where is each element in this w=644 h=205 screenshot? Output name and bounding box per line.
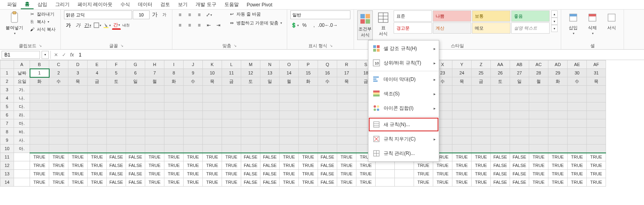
cell-Q6[interactable] [318, 111, 337, 119]
cell-I5[interactable] [164, 102, 184, 111]
spreadsheet-grid[interactable]: ABCDEFGHIJKLMNOPQRSWXYZAAABACADAEAF 1날짜1… [0, 60, 606, 187]
row-header-12[interactable]: 12 [0, 161, 14, 170]
cell-G11[interactable]: FALSE [126, 153, 145, 161]
cell-Y10[interactable] [452, 145, 472, 153]
cell-I8[interactable] [164, 128, 184, 136]
cell-Y11[interactable]: TRUE [452, 153, 472, 161]
cell-J13[interactable]: TRUE [184, 170, 203, 178]
cell-AB13[interactable]: FALSE [510, 170, 529, 178]
cell-H1[interactable]: 7 [145, 69, 164, 77]
cell-M2[interactable]: 토 [241, 77, 260, 86]
cell-Y1[interactable]: 24 [452, 69, 472, 77]
cell-J9[interactable] [184, 136, 203, 145]
style-보통[interactable]: 보통 [472, 10, 510, 22]
cell-A12[interactable] [14, 161, 30, 170]
cell-13[interactable] [395, 170, 414, 178]
align-top-button[interactable]: ≡ [176, 10, 184, 19]
cell-J1[interactable]: 9 [184, 69, 203, 77]
conditional-formatting-button[interactable]: 조건부 서식 [357, 10, 373, 40]
row-header-14[interactable]: 14 [0, 178, 14, 187]
cell-AF14[interactable]: TRUE [587, 178, 606, 187]
cell-D11[interactable]: TRUE [68, 153, 88, 161]
cell-AF12[interactable]: TRUE [587, 161, 606, 170]
cell-B4[interactable] [30, 94, 49, 102]
cf-new-rule[interactable]: 새 규칙(N)... [368, 117, 439, 132]
cell-D13[interactable]: TRUE [68, 170, 88, 178]
cell-F5[interactable] [107, 102, 126, 111]
cell-X13[interactable]: TRUE [433, 170, 452, 178]
cell-O4[interactable] [280, 94, 299, 102]
cell-R7[interactable] [337, 119, 356, 128]
cell-F8[interactable] [107, 128, 126, 136]
cell-L10[interactable] [222, 145, 241, 153]
cell-Z1[interactable]: 25 [472, 69, 491, 77]
cell-Z14[interactable]: TRUE [472, 178, 491, 187]
cell-AD9[interactable] [548, 136, 568, 145]
number-format-select[interactable] [290, 10, 350, 19]
style-좋음[interactable]: 좋음 [511, 10, 550, 22]
cell-AA5[interactable] [491, 102, 510, 111]
cell-Z3[interactable] [472, 86, 491, 94]
cell-M7[interactable] [241, 119, 260, 128]
cell-J3[interactable] [184, 86, 203, 94]
cell-F11[interactable]: FALSE [107, 153, 126, 161]
cell-R8[interactable] [337, 128, 356, 136]
cell-L12[interactable]: TRUE [222, 161, 241, 170]
cell-A3[interactable]: 가. [14, 86, 30, 94]
row-header-6[interactable]: 6 [0, 111, 14, 119]
cell-R12[interactable]: TRUE [337, 161, 356, 170]
menu-개발 도구[interactable]: 개발 도구 [192, 0, 220, 9]
cell-L4[interactable] [222, 94, 241, 102]
cell-K14[interactable]: TRUE [203, 178, 222, 187]
cell-AB7[interactable] [510, 119, 529, 128]
cell-E12[interactable]: TRUE [88, 161, 107, 170]
cell-N8[interactable] [260, 128, 280, 136]
cell-F14[interactable]: FALSE [107, 178, 126, 187]
cell-B1[interactable]: 1 [30, 69, 49, 77]
cell-C14[interactable]: TRUE [49, 178, 68, 187]
cell-F9[interactable] [107, 136, 126, 145]
row-header-3[interactable]: 3 [0, 86, 14, 94]
cell-N10[interactable] [260, 145, 280, 153]
cell-Y6[interactable] [452, 111, 472, 119]
cell-Y4[interactable] [452, 94, 472, 102]
cell-S14[interactable]: TRUE [356, 178, 376, 187]
style-나쁨[interactable]: 나쁨 [433, 10, 471, 22]
cell-I4[interactable] [164, 94, 184, 102]
indent-dec-button[interactable]: ⇤ [204, 21, 213, 30]
decrease-decimal-button[interactable]: .0→ [329, 21, 338, 30]
align-dialog-launcher[interactable]: ↘ [234, 44, 237, 48]
cell-E4[interactable] [88, 94, 107, 102]
cancel-formula-button[interactable]: ✕ [52, 52, 60, 58]
font-color-button[interactable]: 간▾ [112, 21, 121, 30]
cell-R2[interactable]: 목 [337, 77, 356, 86]
col-header-Y[interactable]: Y [452, 60, 472, 69]
cell-P9[interactable] [299, 136, 318, 145]
cell-G6[interactable] [126, 111, 145, 119]
cell-AE8[interactable] [568, 128, 587, 136]
cell-Z5[interactable] [472, 102, 491, 111]
cell-Q9[interactable] [318, 136, 337, 145]
cell-K3[interactable] [203, 86, 222, 94]
cell-Q2[interactable]: 수 [318, 77, 337, 86]
cell-Z7[interactable] [472, 119, 491, 128]
comma-button[interactable]: , [310, 21, 318, 30]
cell-D4[interactable] [68, 94, 88, 102]
paste-button[interactable]: 붙여넣기 ▾ [3, 10, 26, 36]
cell-F12[interactable]: FALSE [107, 161, 126, 170]
cell-B8[interactable] [30, 128, 49, 136]
cell-K7[interactable] [203, 119, 222, 128]
cell-M12[interactable]: FALSE [241, 161, 260, 170]
col-header-J[interactable]: J [184, 60, 203, 69]
cell-G8[interactable] [126, 128, 145, 136]
col-header-E[interactable]: E [88, 60, 107, 69]
cell-B5[interactable] [30, 102, 49, 111]
cell-AD7[interactable] [548, 119, 568, 128]
cell-K8[interactable] [203, 128, 222, 136]
cell-J4[interactable] [184, 94, 203, 102]
cell-A11[interactable] [14, 153, 30, 161]
cell-I1[interactable]: 8 [164, 69, 184, 77]
cell-D12[interactable]: TRUE [68, 161, 88, 170]
cell-E10[interactable] [88, 145, 107, 153]
fill-color-button[interactable]: ▾ [102, 21, 111, 30]
